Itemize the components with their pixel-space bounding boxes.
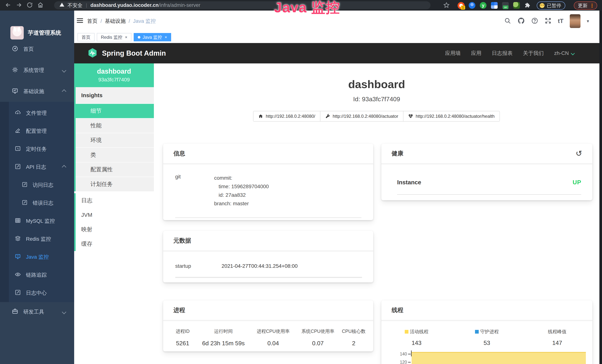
sba-locale-select[interactable]: zh-CN: [554, 50, 574, 56]
sidebar-item-system[interactable]: 系统管理: [0, 60, 74, 81]
panel-process: 进程 进程ID 运行时间 进程CPU使用率 系统CPU使用率 CPU核心数 52…: [163, 300, 373, 351]
process-table-headers: 进程ID 运行时间 进程CPU使用率 系统CPU使用率 CPU核心数: [169, 328, 368, 334]
sba-nav-wallboard[interactable]: 应用墙: [445, 50, 461, 57]
user-avatar[interactable]: [570, 14, 580, 28]
browser-reload-icon[interactable]: [26, 2, 33, 9]
sidebar-item-files[interactable]: 文件管理: [0, 104, 74, 122]
sidebar-item-jobs[interactable]: 定时任务: [0, 140, 74, 158]
browser-update-button[interactable]: 更新 ⋮: [574, 1, 597, 10]
health-url-button[interactable]: http://192.168.0.2:48080/actuator/health: [403, 111, 500, 122]
panel-threads-title: 线程: [392, 306, 403, 314]
service-url-button[interactable]: http://192.168.0.2:48080/: [253, 111, 320, 122]
url-host[interactable]: dashboard.yudao.iocoder.cn: [90, 2, 159, 8]
github-icon[interactable]: [517, 17, 525, 25]
close-icon[interactable]: ×: [165, 35, 167, 40]
page-scrollbar[interactable]: [599, 11, 602, 364]
menu-item-mappings[interactable]: 映射: [74, 222, 152, 237]
url-path[interactable]: /infra/admin-server: [159, 2, 200, 8]
edit-icon: [15, 128, 21, 135]
extension-leaf-icon[interactable]: [513, 2, 520, 9]
history-icon[interactable]: ↺: [576, 149, 582, 158]
chevron-down-icon: [571, 51, 575, 55]
panel-health: 健康 ↺ Instance UP: [381, 144, 592, 200]
y-tick-120: 120: [392, 360, 407, 364]
menu-item-caches[interactable]: 缓存: [74, 237, 152, 251]
actuator-url-button[interactable]: http://192.168.0.2:48080/actuator: [320, 111, 403, 122]
chevron-down-icon: [62, 310, 66, 314]
home-icon: [258, 114, 263, 119]
browser-back-icon[interactable]: [5, 2, 11, 9]
breadcrumb-infra[interactable]: 基础设施: [105, 18, 126, 25]
sidebar-item-java-monitor[interactable]: Java 监控: [0, 248, 74, 266]
bookmark-star-icon[interactable]: [443, 2, 450, 9]
sidebar-item-config[interactable]: 配置管理: [0, 122, 74, 140]
sba-nav-journal[interactable]: 日志报表: [492, 50, 513, 57]
sba-logo-icon: [87, 47, 98, 59]
menu-item-metrics[interactable]: 性能: [76, 118, 154, 133]
security-warning-icon[interactable]: [59, 2, 64, 9]
row-divider: [175, 277, 362, 278]
sba-nav-about[interactable]: 关于我们: [523, 50, 544, 57]
close-icon[interactable]: ×: [125, 35, 127, 40]
menu-item-scheduled-tasks[interactable]: 计划任务: [76, 177, 154, 191]
extension-youdao-icon[interactable]: y: [480, 2, 486, 9]
wrench-icon: [325, 114, 330, 119]
eye-icon: [15, 271, 21, 279]
font-size-icon[interactable]: tT: [558, 18, 563, 24]
sidebar-toggle-icon[interactable]: [77, 17, 83, 24]
sidebar-item-devtools[interactable]: 研发工具: [0, 301, 74, 322]
fullscreen-icon[interactable]: [545, 17, 552, 25]
sidebar-item-home[interactable]: 首页: [0, 39, 74, 60]
tab-home[interactable]: 首页: [77, 33, 95, 41]
metadata-key: startup: [175, 263, 222, 269]
health-key: Instance: [397, 179, 421, 186]
paused-label: 已暂停: [547, 2, 561, 9]
menu-item-jvm[interactable]: JVM: [74, 208, 152, 222]
legend-daemon-color: [475, 330, 479, 334]
browser-menu-icon[interactable]: ⋮: [589, 3, 595, 9]
sidebar-item-log-center[interactable]: 日志中心: [0, 284, 74, 302]
panel-info-title: 信息: [173, 150, 185, 158]
sidebar-item-mysql[interactable]: MySQL 监控: [0, 212, 74, 230]
menu-item-classes[interactable]: 类: [76, 147, 154, 162]
instance-id: 93a3fc7f7409: [74, 77, 154, 83]
menu-item-environment[interactable]: 环境: [76, 133, 154, 147]
extensions-puzzle-icon[interactable]: [524, 2, 530, 9]
app-logo[interactable]: 芋道管理系统: [10, 26, 61, 40]
sba-brand[interactable]: Spring Boot Admin: [102, 49, 166, 57]
sba-header: Spring Boot Admin 应用墙 应用 日志报表 关于我们 zh-CN: [74, 43, 602, 64]
app-logo-image: [10, 26, 24, 40]
sba-nav-applications[interactable]: 应用: [471, 50, 482, 57]
search-icon[interactable]: [504, 17, 511, 25]
table-grid-icon: [15, 217, 21, 225]
panel-info: 信息 git commit: time: 1596289704000 id: 2…: [163, 144, 373, 220]
user-caret-down-icon[interactable]: ▾: [587, 19, 589, 24]
insights-section-label: Insights: [76, 87, 154, 104]
breadcrumb-home[interactable]: 首页: [87, 18, 97, 25]
sidebar-item-access-log[interactable]: 访问日志: [0, 176, 74, 194]
profile-paused-badge[interactable]: 已暂停: [537, 1, 565, 10]
extension-orange-icon[interactable]: 1: [458, 2, 465, 9]
menu-item-details[interactable]: 细节: [76, 104, 154, 118]
browser-forward-icon[interactable]: [16, 2, 22, 9]
sidebar-item-api-log[interactable]: API 日志: [0, 158, 74, 176]
status-badge: UP: [573, 179, 581, 186]
sidebar-item-trace[interactable]: 链路追踪: [0, 266, 74, 284]
sidebar-item-infra[interactable]: 基础设施: [0, 81, 74, 102]
tab-java-monitor[interactable]: Java 监控×: [134, 33, 171, 41]
security-label[interactable]: 不安全: [67, 2, 83, 9]
sidebar-item-redis[interactable]: Redis 监控: [0, 230, 74, 248]
help-icon[interactable]: [531, 17, 538, 25]
menu-item-logfile[interactable]: 日志: [74, 193, 152, 208]
extension-switch-icon[interactable]: on: [502, 2, 509, 9]
browser-home-icon[interactable]: [37, 2, 44, 9]
sidebar-item-error-log[interactable]: 错误日志: [0, 194, 74, 212]
tab-redis-monitor[interactable]: Redis 监控×: [97, 33, 131, 41]
menu-item-configprops[interactable]: 配置属性: [76, 162, 154, 177]
breadcrumb-current: Java 监控: [133, 18, 156, 25]
extension-grid-icon[interactable]: [491, 2, 498, 9]
health-row-instance[interactable]: Instance UP: [397, 179, 581, 186]
address-bar[interactable]: 不安全 | dashboard.yudao.iocoder.cn /infra/…: [54, 1, 430, 9]
edit-square-icon: [22, 182, 27, 189]
extension-pin-icon[interactable]: [469, 2, 475, 9]
